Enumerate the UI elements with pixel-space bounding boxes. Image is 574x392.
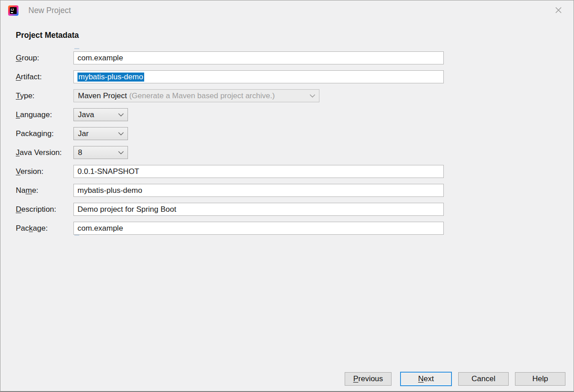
- new-project-dialog: IJ New Project Project Metadata Group: c…: [0, 0, 574, 392]
- tick-mark: [74, 48, 79, 49]
- intellij-monogram: IJ: [11, 8, 14, 12]
- project-metadata-form: Group: com.example Artifact: mybatis-plu…: [16, 51, 448, 241]
- name-input[interactable]: mybatis-plus-demo: [73, 184, 444, 197]
- chevron-down-icon: [118, 151, 124, 155]
- form-row-description: Description: Demo project for Spring Boo…: [16, 203, 448, 216]
- form-row-java-version: Java Version: 8: [16, 146, 448, 159]
- type-label: Type:: [16, 91, 73, 100]
- chevron-down-icon: [118, 113, 124, 117]
- previous-button[interactable]: Previous: [345, 372, 392, 386]
- form-row-packaging: Packaging: Jar: [16, 127, 448, 140]
- package-label: Package:: [16, 224, 73, 233]
- form-row-package: Package: com.example: [16, 222, 448, 235]
- description-label: Description:: [16, 205, 73, 214]
- packaging-label: Packaging:: [16, 129, 73, 138]
- chevron-down-icon: [310, 94, 315, 98]
- packaging-select[interactable]: Jar: [73, 127, 128, 140]
- type-select-hint: (Generate a Maven based project archive.…: [129, 91, 275, 100]
- version-label: Version:: [16, 167, 73, 176]
- group-label: Group:: [16, 54, 73, 63]
- form-row-artifact: Artifact: mybatis-plus-demo: [16, 70, 448, 83]
- cancel-button[interactable]: Cancel: [458, 372, 509, 386]
- selected-text: mybatis-plus-demo: [77, 73, 144, 82]
- form-row-version: Version: 0.0.1-SNAPSHOT: [16, 165, 448, 178]
- name-label: Name:: [16, 186, 73, 195]
- next-button[interactable]: Next: [400, 372, 452, 386]
- java-version-select[interactable]: 8: [73, 146, 128, 159]
- page-title: Project Metadata: [16, 31, 79, 40]
- artifact-input[interactable]: mybatis-plus-demo: [73, 70, 444, 83]
- intellij-logo-icon: IJ: [8, 5, 18, 16]
- help-button[interactable]: Help: [515, 372, 565, 386]
- form-row-language: Language: Java: [16, 108, 448, 121]
- intellij-logo-dash: [11, 12, 13, 13]
- java-version-label: Java Version:: [16, 148, 73, 157]
- artifact-label: Artifact:: [16, 73, 73, 82]
- title-bar: IJ New Project: [0, 0, 574, 20]
- language-label: Language:: [16, 110, 73, 119]
- close-icon[interactable]: [554, 5, 563, 14]
- package-input[interactable]: com.example: [73, 222, 444, 235]
- chevron-down-icon: [118, 132, 124, 136]
- version-input[interactable]: 0.0.1-SNAPSHOT: [73, 165, 444, 178]
- window-title: New Project: [28, 6, 71, 15]
- language-select[interactable]: Java: [73, 108, 128, 121]
- intellij-logo-inner: IJ: [10, 7, 17, 14]
- form-row-group: Group: com.example: [16, 51, 448, 64]
- description-input[interactable]: Demo project for Spring Boot: [73, 203, 444, 216]
- type-select[interactable]: Maven Project (Generate a Maven based pr…: [73, 89, 319, 102]
- form-row-type: Type: Maven Project (Generate a Maven ba…: [16, 89, 448, 102]
- group-input[interactable]: com.example: [73, 51, 444, 64]
- form-row-name: Name: mybatis-plus-demo: [16, 184, 448, 197]
